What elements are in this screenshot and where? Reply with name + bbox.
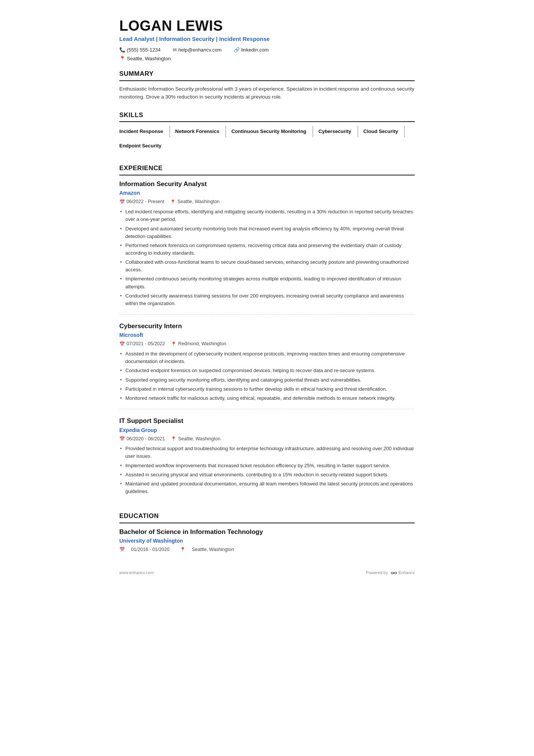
email-item: ✉ help@enhancv.com (173, 46, 222, 54)
calendar-icon: 📅 (119, 199, 125, 205)
job-bullets: Led incident response efforts, identifyi… (119, 208, 415, 307)
job-location: 📍 Redmond, Washington (171, 340, 226, 347)
experience-block: Information Security AnalystAmazon📅 06/2… (119, 179, 415, 315)
experience-section: EXPERIENCE Information Security AnalystA… (119, 163, 415, 502)
skill-item: Endpoint Security (119, 140, 167, 152)
header-section: LOGAN LEWIS Lead Analyst | Information S… (119, 18, 415, 62)
skill-item: Continuous Security Monitoring (231, 126, 313, 137)
job-bullets: Assisted in the development of cybersecu… (119, 350, 415, 402)
skills-section: SKILLS Incident ResponseNetwork Forensic… (119, 110, 415, 155)
location-pin-icon: 📍 (180, 546, 186, 553)
skill-item: Incident Response (119, 126, 170, 137)
bullet-item: Led incident response efforts, identifyi… (119, 208, 415, 223)
experience-list: Information Security AnalystAmazon📅 06/2… (119, 179, 415, 502)
bullet-item: Participated in internal cybersecurity t… (119, 385, 415, 393)
calendar-icon: 📅 (119, 435, 125, 442)
location-pin-icon: 📍 (170, 199, 176, 205)
location-pin-icon: 📍 (119, 55, 125, 63)
job-company: Expedia Group (119, 426, 415, 434)
brand-logo: Enhancv (390, 570, 415, 576)
education-section: EDUCATION Bachelor of Science in Informa… (119, 511, 415, 553)
bullet-item: Implemented continuous security monitori… (119, 275, 415, 290)
job-title: IT Support Specialist (119, 416, 415, 426)
skill-item: Network Forensics (175, 126, 226, 137)
skills-heading: SKILLS (119, 110, 415, 122)
email-value: help@enhancv.com (178, 46, 222, 54)
contact-row: 📞 (555) 555-1234 ✉ help@enhancv.com 🔗 li… (119, 46, 415, 54)
experience-heading: EXPERIENCE (119, 163, 415, 175)
location-row: 📍 Seattle, Washington (119, 55, 415, 63)
job-location: 📍 Seattle, Washington (170, 198, 219, 205)
phone-item: 📞 (555) 555-1234 (119, 46, 161, 54)
bullet-item: Provided technical support and troublesh… (119, 445, 415, 460)
bullet-item: Collaborated with cross-functional teams… (119, 258, 415, 274)
job-date: 📅 07/2021 - 05/2022 (119, 340, 165, 347)
linkedin-item: 🔗 linkedin.com (234, 46, 269, 54)
edu-meta: 📅 01/2016 - 01/2020 📍 Seattle, Washingto… (119, 546, 415, 553)
skill-item: Cloud Security (364, 126, 405, 137)
job-company: Amazon (119, 189, 415, 197)
bullet-item: Implemented workflow improvements that i… (119, 462, 415, 470)
bullet-item: Performed network forensics on compromis… (119, 242, 415, 257)
candidate-name: LOGAN LEWIS (119, 18, 415, 34)
job-title: Cybersecurity Intern (119, 321, 415, 331)
job-location: 📍 Seattle, Washington (171, 435, 220, 443)
job-title: Information Security Analyst (119, 179, 415, 189)
bullet-item: Developed and automated security monitor… (119, 225, 415, 240)
degree-title: Bachelor of Science in Information Techn… (119, 527, 415, 537)
location-pin-icon: 📍 (171, 435, 176, 442)
calendar-icon: 📅 (119, 341, 125, 347)
job-company: Microsoft (119, 331, 415, 339)
resume-page: LOGAN LEWIS Lead Analyst | Information S… (97, 0, 437, 585)
education-heading: EDUCATION (119, 511, 415, 523)
powered-by-text: Powered by (366, 570, 388, 576)
candidate-title: Lead Analyst | Information Security | In… (119, 35, 415, 44)
job-date: 📅 06/2020 - 06/2021 (119, 435, 165, 443)
enhancv-logo-icon (390, 570, 398, 576)
experience-block: IT Support SpecialistExpedia Group📅 06/2… (119, 416, 415, 502)
summary-section: SUMMARY Enthusiastic Information Securit… (119, 69, 415, 101)
education-list: Bachelor of Science in Information Techn… (119, 527, 415, 553)
bullet-item: Monitored network traffic for malicious … (119, 394, 415, 402)
bullet-item: Maintained and updated procedural docume… (119, 480, 415, 495)
footer-website: www.enhancv.com (119, 570, 154, 576)
link-icon: 🔗 (234, 46, 240, 54)
brand-name: Enhancv (398, 570, 415, 576)
bullet-item: Assisted in securing physical and virtua… (119, 471, 415, 479)
experience-block: Cybersecurity InternMicrosoft📅 07/2021 -… (119, 321, 415, 409)
skills-list: Incident ResponseNetwork ForensicsContin… (119, 126, 415, 154)
bullet-item: Supported ongoing security monitoring ef… (119, 376, 415, 384)
bullet-item: Conducted endpoint forensics on suspecte… (119, 367, 415, 374)
summary-text: Enthusiastic Information Security profes… (119, 85, 415, 101)
job-meta: 📅 07/2021 - 05/2022📍 Redmond, Washington (119, 340, 415, 347)
calendar-icon: 📅 (119, 546, 125, 553)
bullet-item: Conducted security awareness training se… (119, 292, 415, 307)
location-pin-icon: 📍 (171, 341, 176, 347)
job-meta: 📅 06/2020 - 06/2021📍 Seattle, Washington (119, 435, 415, 443)
skill-item: Cybersecurity (319, 126, 358, 137)
location-value: Seattle, Washington (127, 55, 171, 63)
job-meta: 📅 06/2022 - Present📍 Seattle, Washington (119, 198, 415, 205)
phone-icon: 📞 (119, 46, 125, 54)
footer-brand: Powered by Enhancv (366, 570, 415, 576)
job-date: 📅 06/2022 - Present (119, 198, 164, 205)
page-footer: www.enhancv.com Powered by Enhancv (119, 570, 415, 576)
summary-heading: SUMMARY (119, 69, 415, 81)
job-bullets: Provided technical support and troublesh… (119, 445, 415, 495)
phone-value: (555) 555-1234 (127, 46, 161, 54)
email-icon: ✉ (173, 46, 177, 54)
linkedin-value: linkedin.com (241, 46, 269, 54)
education-block: Bachelor of Science in Information Techn… (119, 527, 415, 553)
bullet-item: Assisted in the development of cybersecu… (119, 350, 415, 365)
institution-name: University of Washington (119, 537, 415, 545)
